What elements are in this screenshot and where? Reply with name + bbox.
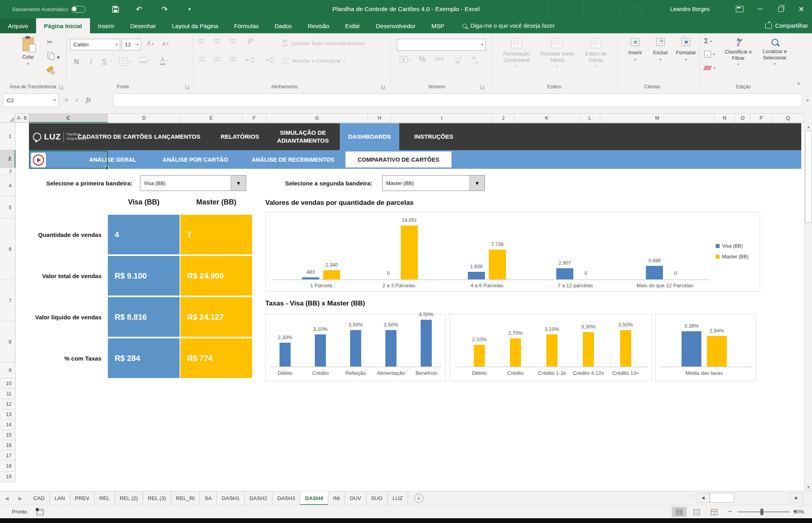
expand-formula-bar-button[interactable]: ▼ (804, 94, 811, 108)
align-bottom-button[interactable] (230, 39, 236, 43)
row-header-12[interactable]: 12 (0, 399, 15, 409)
sheet-nav-left[interactable]: ◀ (0, 491, 13, 505)
table-cell-visa[interactable]: R$ 8.816 (108, 297, 180, 337)
column-header-O[interactable]: O (735, 113, 751, 123)
increase-indent-button[interactable]: ⇥ (265, 57, 274, 63)
ribbon-tab-inserir[interactable]: Inserir (90, 18, 123, 33)
row-header-14[interactable]: 14 (0, 420, 15, 430)
ribbon-tab-arquivo[interactable]: Arquivo (0, 18, 36, 33)
format-as-table-button[interactable]: Formatar como Tabela ▾ (537, 38, 577, 68)
cancel-button[interactable]: × (64, 96, 69, 104)
menu-item-3[interactable]: RELATÓRIOS (209, 123, 271, 150)
table-cell-visa[interactable]: R$ 284 (108, 338, 180, 378)
ribbon-tab-página-inicial[interactable]: Página Inicial (36, 18, 90, 33)
ribbon-tab-fórmulas[interactable]: Fórmulas (226, 18, 267, 33)
orientation-button[interactable]: ab▾ (245, 36, 255, 45)
decrease-indent-button[interactable]: ⇤ (246, 57, 255, 63)
sheet-tab-duv[interactable]: DUV (345, 491, 366, 505)
increase-font-button[interactable]: A▲ (145, 38, 156, 49)
column-header-M[interactable]: M (600, 113, 714, 123)
select-all-corner[interactable] (0, 113, 15, 123)
currency-format-button[interactable]: $▾ (400, 56, 410, 63)
wrap-text-button[interactable]: abc↵ Quebrar Texto Automaticamente (282, 39, 365, 48)
bold-button[interactable]: N (71, 56, 82, 67)
sheet-tab-rel[interactable]: REL (95, 491, 115, 505)
sort-filter-button[interactable]: AZ Classificar e Filtrar ▾ (722, 37, 754, 66)
sheet-tab-dash4[interactable]: DASH4 (300, 491, 328, 505)
column-header-N[interactable]: N (714, 113, 735, 123)
ribbon-tab-revisão[interactable]: Revisão (300, 18, 337, 33)
ribbon-tab-dados[interactable]: Dados (267, 18, 300, 33)
row-header-1[interactable]: 1 (0, 123, 15, 150)
ribbon-tab-exibir[interactable]: Exibir (337, 18, 368, 33)
align-top-button[interactable] (198, 39, 205, 43)
align-middle-button[interactable] (214, 39, 220, 43)
cut-button[interactable]: ✂ (47, 38, 52, 46)
align-right-button[interactable] (230, 57, 236, 61)
row-header-4[interactable]: 4 (0, 175, 15, 197)
column-header-C[interactable]: C (29, 113, 108, 123)
number-dialog-launcher[interactable] (481, 85, 485, 89)
chart1[interactable]: 1 Parcela4832.3402 a 3 Parcelas014.0514 … (265, 212, 760, 292)
sub-tab-2[interactable]: ANÁLISE POR CARTÃO (159, 150, 232, 169)
dropdown-arrow-1[interactable]: ▼ (231, 176, 246, 191)
minimize-button[interactable]: ─ (751, 0, 769, 18)
horizontal-scroll-track[interactable] (734, 493, 790, 503)
delete-cells-button[interactable]: × Excluir ▾ (649, 38, 672, 61)
row-header-5[interactable]: 5 (0, 197, 15, 219)
sheet-tab-luz[interactable]: LUZ (388, 491, 408, 505)
fill-handle[interactable] (105, 166, 109, 170)
new-sheet-button[interactable]: + (414, 491, 423, 505)
quick-access-more-button[interactable]: ▼ (185, 0, 194, 18)
table-cell-master[interactable]: 7 (180, 215, 252, 254)
collapse-ribbon-button[interactable]: ∧ (797, 81, 800, 86)
hscroll-right-arrow[interactable]: ▶ (790, 493, 803, 503)
sheet-tab-dash2[interactable]: DASH2 (245, 491, 272, 505)
row-header-13[interactable]: 13 (0, 409, 15, 420)
zoom-slider[interactable] (737, 512, 790, 512)
chart2-panel-2[interactable]: 2,10%Débito2,70%Crédito3,10%Crédito 1-3x… (450, 314, 652, 381)
name-box[interactable]: C2 ▼ (3, 94, 59, 107)
account-user[interactable]: Leandro Borges (658, 0, 722, 18)
conditional-formatting-button[interactable]: Formatação Condicional ▾ (498, 38, 535, 68)
column-header-F[interactable]: F (242, 113, 266, 123)
row-header-9[interactable]: 9 (0, 363, 15, 378)
chart2-panel-1[interactable]: 2,30%Débito3,10%Crédito3,50%Refeição3,50… (265, 314, 446, 381)
tell-me-search[interactable]: Diga-me o que você deseja fazer (462, 18, 555, 33)
sheet-nav-right[interactable]: ▶ (13, 491, 27, 505)
ribbon-tab-layout-da-página[interactable]: Layout da Página (164, 18, 226, 33)
table-cell-master[interactable]: R$ 774 (180, 338, 252, 378)
horizontal-scroll-thumb[interactable] (710, 493, 734, 503)
menu-item-2[interactable]: LANÇAMENTOS (146, 123, 209, 150)
sheet-tab-rel2[interactable]: REL (2) (115, 491, 143, 505)
menu-item-5[interactable]: DASHBOARDS (340, 123, 399, 150)
sheet-tab-rel_ri[interactable]: REL_RI (171, 491, 200, 505)
autosum-button[interactable]: Σ▾ (704, 37, 712, 45)
table-cell-visa[interactable]: R$ 9.100 (108, 256, 180, 296)
bandeira-dropdown-2[interactable]: Master (BB)▼ (382, 175, 485, 191)
bandeira-dropdown-1[interactable]: Visa (BB)▼ (140, 175, 246, 191)
column-header-A[interactable]: A (15, 113, 22, 123)
redo-button[interactable]: ↷ (159, 0, 170, 18)
column-header-E[interactable]: E (180, 113, 242, 123)
row-header-15[interactable]: 15 (0, 430, 15, 440)
save-button[interactable] (109, 0, 121, 18)
underline-dropdown[interactable]: ▾ (110, 59, 112, 63)
row-header-10[interactable]: 10 (0, 378, 15, 389)
fill-color-button[interactable]: ▾ (140, 57, 150, 63)
row-header-3[interactable]: 3 (0, 168, 15, 175)
cell-styles-button[interactable]: Estilos de Célula ▾ (579, 38, 613, 68)
menu-item-4[interactable]: SIMULAÇÃO DE ADIANTAMENTOS (264, 123, 342, 150)
font-color-button[interactable]: A▾ (160, 56, 169, 65)
percent-format-button[interactable]: % (419, 55, 426, 64)
increase-decimal-button[interactable]: ←,0,00 (454, 55, 461, 65)
scroll-down-arrow[interactable]: ▼ (804, 483, 812, 491)
table-cell-visa[interactable]: 4 (108, 215, 180, 254)
zoom-out-button[interactable]: − (728, 508, 732, 515)
macro-record-icon[interactable] (36, 509, 44, 515)
sheet-tab-prev[interactable]: PREV (70, 491, 95, 505)
column-header-L[interactable]: L (580, 113, 600, 123)
row-header-2[interactable]: 2 (0, 150, 15, 168)
enter-button[interactable]: ✓ (75, 96, 80, 103)
normal-view-button[interactable] (672, 507, 687, 517)
